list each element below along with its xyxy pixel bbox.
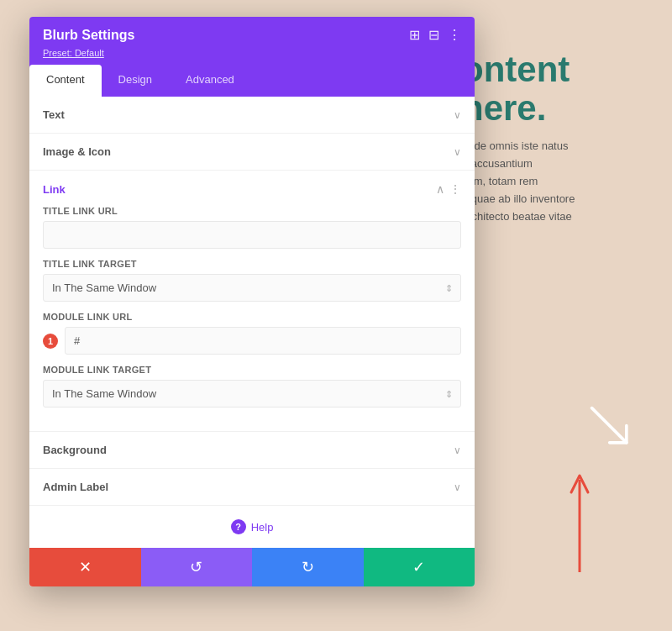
link-section-icons: ∧ ⋮ — [436, 182, 461, 196]
image-icon-section-label: Image & Icon — [43, 145, 111, 158]
admin-label-chevron-icon: ∨ — [454, 481, 461, 493]
admin-label-section-header[interactable]: Admin Label ∨ — [43, 469, 461, 505]
svg-line-0 — [592, 408, 627, 443]
title-link-target-select-wrapper: In The Same Window In A New Tab ⇕ — [43, 274, 461, 302]
modal-title-row: Blurb Settings ⊞ ⊟ ⋮ — [43, 27, 461, 43]
link-chevron-up-icon: ∧ — [436, 182, 444, 196]
module-link-url-input[interactable] — [65, 327, 461, 355]
module-link-url-field: Module Link URL 1 — [43, 312, 461, 355]
text-section-label: Text — [43, 108, 65, 121]
link-section-header[interactable]: Link ∧ ⋮ — [43, 171, 461, 206]
text-chevron-icon: ∨ — [454, 109, 461, 121]
background-section-header[interactable]: Background ∨ — [43, 432, 461, 468]
redo-button[interactable]: ↻ — [252, 548, 364, 586]
admin-label-section-label: Admin Label — [43, 481, 108, 493]
module-link-target-label: Module Link Target — [43, 365, 461, 375]
red-arrow-up-icon — [567, 463, 592, 581]
modal-header: Blurb Settings ⊞ ⊟ ⋮ Preset: Default — [29, 17, 475, 65]
arrow-down-right-icon — [588, 404, 634, 450]
help-icon: ? — [231, 519, 246, 534]
text-section: Text ∨ — [29, 97, 475, 134]
tab-content[interactable]: Content — [29, 65, 102, 97]
modal-tabs: Content Design Advanced — [29, 65, 475, 97]
tab-design[interactable]: Design — [102, 65, 169, 97]
link-section-label: Link — [43, 183, 66, 196]
background-section-label: Background — [43, 444, 107, 456]
module-link-target-select-wrapper: In The Same Window In A New Tab ⇕ — [43, 380, 461, 408]
background-text: ontenthere. unde omnis iste natus n accu… — [462, 50, 647, 243]
module-link-target-select[interactable]: In The Same Window In A New Tab — [43, 380, 461, 408]
bg-heading: ontenthere. — [462, 50, 647, 128]
image-icon-section: Image & Icon ∨ — [29, 134, 475, 171]
tab-advanced[interactable]: Advanced — [169, 65, 251, 97]
help-row[interactable]: ? Help — [29, 506, 475, 548]
module-link-url-label: Module Link URL — [43, 312, 461, 322]
image-icon-section-header[interactable]: Image & Icon ∨ — [43, 134, 461, 170]
background-chevron-icon: ∨ — [454, 444, 461, 456]
title-link-target-select[interactable]: In The Same Window In A New Tab — [43, 274, 461, 302]
modal-title: Blurb Settings — [43, 28, 134, 43]
title-link-target-field: Title Link Target In The Same Window In … — [43, 259, 461, 302]
link-section: Link ∧ ⋮ Title Link URL Title Link Targe… — [29, 171, 475, 432]
modal-preset: Preset: Default — [43, 48, 461, 58]
background-section: Background ∨ — [29, 432, 475, 469]
link-more-icon: ⋮ — [449, 182, 461, 196]
module-link-badge: 1 — [43, 334, 58, 349]
undo-button[interactable]: ↺ — [141, 548, 253, 586]
modal-body: Text ∨ Image & Icon ∨ Link ∧ ⋮ Title Lin — [29, 97, 475, 548]
more-options-icon[interactable]: ⋮ — [448, 27, 461, 43]
bg-body-text: unde omnis iste natus n accusantium tium… — [462, 138, 647, 243]
help-label: Help — [251, 521, 274, 534]
title-link-url-label: Title Link URL — [43, 206, 461, 216]
admin-label-section: Admin Label ∨ — [29, 469, 475, 506]
focus-icon[interactable]: ⊞ — [409, 27, 420, 43]
modal: Blurb Settings ⊞ ⊟ ⋮ Preset: Default Con… — [29, 17, 475, 586]
module-link-target-field: Module Link Target In The Same Window In… — [43, 365, 461, 408]
title-link-url-field: Title Link URL — [43, 206, 461, 259]
cancel-button[interactable]: ✕ — [29, 548, 141, 586]
modal-footer: ✕ ↺ ↻ ✓ — [29, 548, 475, 586]
text-section-header[interactable]: Text ∨ — [43, 97, 461, 133]
title-link-url-input[interactable] — [43, 221, 461, 249]
title-link-target-label: Title Link Target — [43, 259, 461, 269]
module-url-row: 1 — [43, 327, 461, 355]
image-icon-chevron-icon: ∨ — [454, 146, 461, 158]
expand-icon[interactable]: ⊟ — [428, 27, 439, 43]
modal-header-icons: ⊞ ⊟ ⋮ — [409, 27, 461, 43]
save-button[interactable]: ✓ — [364, 548, 475, 586]
